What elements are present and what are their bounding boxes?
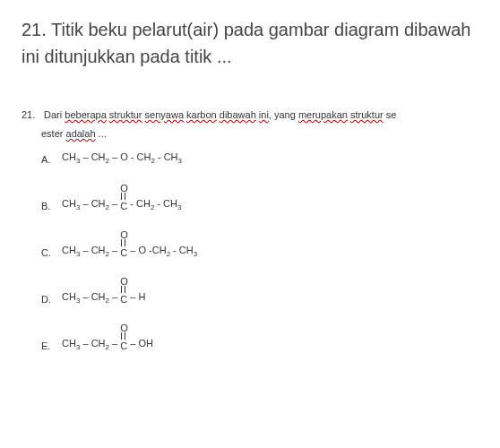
option-letter: C. — [41, 247, 59, 258]
text-part: ester — [41, 128, 66, 139]
carbonyl-icon: C — [120, 201, 127, 211]
wavy-text: adalah — [66, 128, 96, 139]
text-part: ... — [96, 128, 107, 139]
option-letter: A. — [41, 154, 59, 165]
wavy-text: struktur — [350, 109, 384, 120]
option-b: B. CH3 – CH2 – C - CH2 - CH3 — [41, 198, 478, 211]
sub-question-line2: ester adalah ... — [41, 128, 478, 139]
option-a: A. CH3 – CH2 – O - CH2 - CH3 — [41, 151, 478, 164]
carbonyl-icon: C — [120, 294, 127, 305]
wavy-text: dibawah — [220, 109, 256, 120]
sub-question: 21. Dari beberapa struktur senyawa karbo… — [22, 108, 478, 123]
option-letter: B. — [41, 201, 59, 211]
text-part: se — [384, 109, 397, 120]
question-text: Titik beku pelarut(air) pada gambar diag… — [22, 20, 470, 66]
option-c: C. CH3 – CH2 – C – O -CH2 - CH3 — [41, 245, 478, 257]
wavy-text: beberapa — [65, 109, 107, 120]
chemical-formula: CH3 – CH2 – C - CH2 - CH3 — [62, 198, 181, 211]
wavy-text: struktur — [109, 109, 142, 120]
chemical-formula: CH3 – CH2 – C – O -CH2 - CH3 — [62, 245, 197, 258]
wavy-text: karbon — [186, 109, 217, 120]
text-part: Dari — [44, 109, 65, 120]
wavy-text: merupakan — [298, 109, 348, 120]
option-letter: D. — [41, 294, 59, 305]
main-question: 21. Titik beku pelarut(air) pada gambar … — [22, 16, 478, 70]
chemical-formula: CH3 – CH2 – O - CH2 - CH3 — [62, 151, 182, 165]
options-list: A. CH3 – CH2 – O - CH2 - CH3 B. CH3 – CH… — [41, 151, 478, 350]
option-d: D. CH3 – CH2 – C – H — [41, 291, 478, 304]
carbonyl-icon: C — [120, 340, 127, 351]
option-letter: E. — [41, 340, 59, 351]
carbonyl-icon: C — [120, 247, 127, 258]
sub-question-number: 21. — [22, 108, 41, 123]
chemical-formula: CH3 – CH2 – C – H — [62, 291, 145, 305]
question-number: 21. — [22, 20, 47, 39]
wavy-text: senyawa — [145, 109, 184, 120]
chemical-formula: CH3 – CH2 – C – OH — [62, 338, 153, 351]
option-e: E. CH3 – CH2 – C – OH — [41, 338, 478, 350]
sub-question-text: Dari beberapa struktur senyawa karbon di… — [44, 109, 396, 120]
wavy-text: ini — [259, 109, 269, 120]
text-part: , yang — [269, 109, 298, 120]
